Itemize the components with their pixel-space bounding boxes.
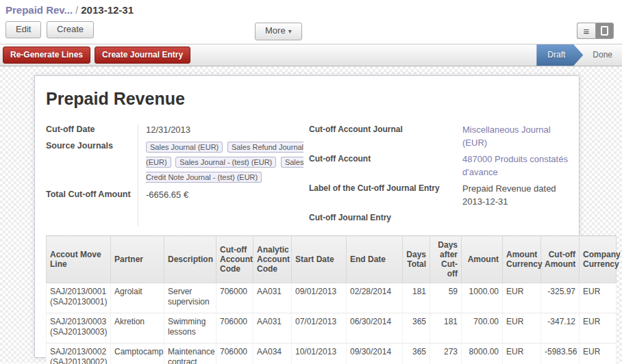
cell-description: Swimming lessons — [164, 313, 216, 343]
field-value-cutoff-journal-entry — [453, 211, 568, 224]
column-header-description: Description — [164, 236, 216, 283]
table-row[interactable]: SAJ/2013/0003 (SAJ20130003) Akretion Swi… — [47, 313, 617, 343]
field-value-cutoff-date: 12/31/2013 — [138, 122, 305, 136]
cell-amount: 700.00 — [462, 313, 503, 343]
cell-amount-currency: EUR — [503, 313, 541, 343]
cell-days-after-cutoff: 59 — [430, 283, 462, 313]
cell-days-after-cutoff: 181 — [430, 313, 462, 343]
column-header-days-after-cutoff: Days after Cut-off — [430, 236, 462, 283]
form-sheet: Prepaid Revenue Cut-off Date 12/31/2013 … — [34, 75, 580, 358]
column-header-partner: Partner — [111, 236, 164, 283]
regenerate-lines-button[interactable]: Re-Generate Lines — [3, 47, 90, 64]
cell-days-total: 365 — [403, 343, 430, 364]
edit-button[interactable]: Edit — [5, 21, 41, 38]
column-header-cutoff-amount: Cut-off Amount — [541, 236, 580, 283]
cell-account-move-line: SAJ/2013/0001 (SAJ20130001) — [47, 283, 111, 313]
column-header-account-move-line: Accout Move Line — [47, 236, 111, 283]
column-header-analytic-account-code: Analytic Account Code — [253, 236, 292, 283]
cell-description: Maintenance contract — [164, 343, 216, 364]
cell-amount-currency: EUR — [503, 283, 541, 313]
field-value-cutoff-account-journal[interactable]: Miscellaneous Journal (EUR) — [453, 122, 568, 149]
field-value-total-cutoff-amount: -6656.65 € — [138, 187, 305, 201]
cell-analytic-account-code: AA031 — [253, 313, 292, 343]
table-row[interactable]: SAJ/2013/0001 (SAJ20130001) Agrolait Ser… — [47, 283, 617, 313]
view-switcher: ≡ — [577, 23, 614, 39]
status-states: Draft Done — [536, 44, 622, 66]
field-label-cutoff-account: Cut-off Account — [309, 152, 453, 179]
field-row-cutoff-account: Cut-off Account 487000 Produits constaté… — [309, 152, 568, 179]
status-bar: Re-Generate Lines Create Journal Entry D… — [0, 44, 622, 66]
cell-amount: 1000.00 — [462, 283, 503, 313]
field-group-left: Cut-off Date 12/31/2013 Source Journals … — [46, 122, 305, 227]
field-label-total-cutoff-amount: Total Cut-off Amount — [46, 187, 138, 201]
cell-cutoff-account-code: 706000 — [216, 313, 253, 343]
action-buttons: Re-Generate Lines Create Journal Entry — [0, 44, 195, 66]
cell-analytic-account-code: AA034 — [253, 343, 292, 364]
column-header-amount: Amount — [462, 236, 503, 283]
chevron-down-icon: ▾ — [288, 27, 292, 35]
field-label-source-journals: Source Journals — [46, 139, 138, 185]
status-state-done: Done — [583, 44, 622, 66]
field-value-cutoff-account[interactable]: 487000 Produits constatés d'avance — [453, 152, 568, 179]
toolbar: Edit Create More▾ ≡ — [5, 21, 617, 44]
breadcrumb-parent-link[interactable]: Prepaid Rev... — [5, 4, 73, 16]
cell-cutoff-amount: -347.12 — [541, 313, 580, 343]
field-row-cutoff-account-journal: Cut-off Account Journal Miscellaneous Jo… — [309, 122, 568, 149]
cell-days-after-cutoff: 273 — [430, 343, 462, 364]
cell-days-total: 365 — [403, 313, 430, 343]
cell-cutoff-amount: -5983.56 — [541, 343, 580, 364]
table-row[interactable]: SAJ/2013/0002 (SAJ20130002) Camptocamp M… — [47, 343, 617, 364]
cell-start-date: 07/01/2013 — [292, 313, 347, 343]
create-journal-entry-button[interactable]: Create Journal Entry — [95, 47, 190, 64]
form-view-button[interactable] — [595, 23, 614, 39]
column-header-end-date: End Date — [347, 236, 403, 283]
cell-partner: Agrolait — [111, 283, 164, 313]
cell-amount-currency: EUR — [503, 343, 541, 364]
column-header-start-date: Start Date — [292, 236, 347, 283]
cell-company-currency: EUR — [580, 283, 617, 313]
cell-partner: Camptocamp — [111, 343, 164, 364]
field-row-source-journals: Source Journals Sales Journal (EUR) Sale… — [46, 139, 305, 185]
cell-company-currency: EUR — [580, 313, 617, 343]
column-header-cutoff-account-code: Cut-off Account Code — [216, 236, 253, 283]
field-row-cutoff-journal-entry: Cut-off Journal Entry — [309, 211, 568, 224]
journal-tag-list: Sales Journal (EUR) Sales Refund Journal… — [146, 140, 305, 185]
odoo-prepaid-revenue-form: { "colors": { "accent_red": "#a52a21", "… — [0, 0, 622, 364]
cell-company-currency: EUR — [580, 343, 617, 364]
field-group-right: Cut-off Account Journal Miscellaneous Jo… — [305, 122, 568, 227]
field-value-source-journals: Sales Journal (EUR) Sales Refund Journal… — [138, 139, 305, 185]
column-header-amount-currency: Amount Currency — [503, 236, 541, 283]
page-title: Prepaid Revenue — [46, 88, 568, 109]
column-header-days-total: Days Total — [403, 236, 430, 283]
list-view-button[interactable]: ≡ — [577, 23, 595, 39]
cell-cutoff-account-code: 706000 — [216, 283, 253, 313]
field-group: Cut-off Date 12/31/2013 Source Journals … — [46, 122, 568, 227]
field-label-cutoff-account-journal: Cut-off Account Journal — [309, 122, 453, 149]
cell-partner: Akretion — [111, 313, 164, 343]
field-label-journal-entry-label: Label of the Cut-off Journal Entry — [309, 181, 453, 208]
journal-tag: Sales Journal (EUR) — [146, 142, 223, 153]
more-button[interactable]: More▾ — [255, 23, 302, 40]
journal-tag: Sales Journal - (test) (EUR) — [175, 157, 276, 168]
cell-analytic-account-code: AA031 — [253, 283, 292, 313]
cell-amount: 8000.00 — [462, 343, 503, 364]
cell-start-date: 09/01/2013 — [292, 283, 347, 313]
field-value-journal-entry-label: Prepaid Revenue dated 2013-12-31 — [453, 181, 568, 208]
breadcrumb: Prepaid Rev.../2013-12-31 — [5, 2, 617, 20]
cell-end-date: 06/30/2014 — [347, 313, 403, 343]
breadcrumb-separator: / — [75, 4, 78, 16]
status-state-draft: Draft — [536, 44, 583, 66]
field-label-cutoff-date: Cut-off Date — [46, 122, 138, 136]
form-icon — [601, 26, 608, 36]
cell-account-move-line: SAJ/2013/0003 (SAJ20130003) — [47, 313, 111, 343]
cell-cutoff-amount: -325.97 — [541, 283, 580, 313]
field-label-cutoff-journal-entry: Cut-off Journal Entry — [309, 211, 453, 224]
table-header-row: Accout Move Line Partner Description Cut… — [47, 236, 617, 283]
more-button-label: More — [265, 25, 286, 36]
cell-days-total: 181 — [403, 283, 430, 313]
breadcrumb-current: 2013-12-31 — [81, 4, 134, 16]
control-panel: Prepaid Rev.../2013-12-31 Edit Create Mo… — [0, 0, 622, 44]
cell-cutoff-account-code: 706000 — [216, 343, 253, 364]
create-button[interactable]: Create — [47, 21, 94, 38]
cutoff-lines-table-wrap: Accout Move Line Partner Description Cut… — [46, 235, 616, 364]
